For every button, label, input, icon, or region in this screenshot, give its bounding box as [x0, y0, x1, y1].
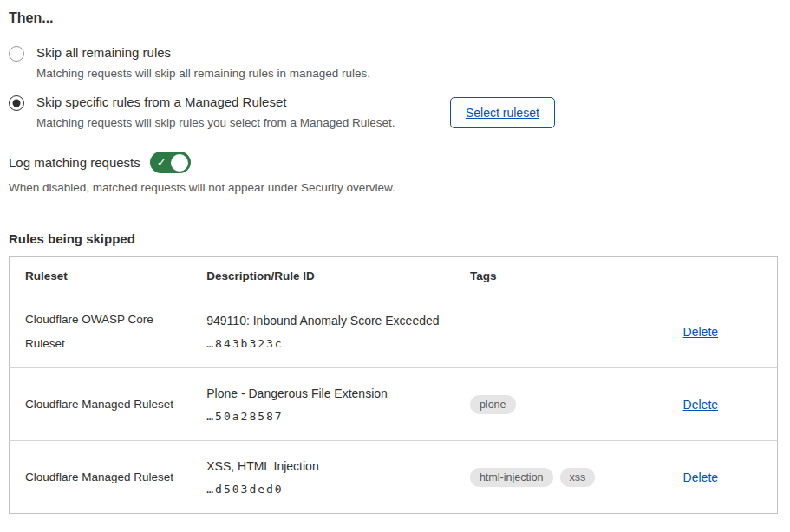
select-ruleset-button[interactable]: Select ruleset	[450, 97, 555, 128]
radio-skip-specific-rules[interactable]	[9, 95, 24, 111]
log-matching-requests-toggle[interactable]: ✓	[150, 152, 191, 173]
action-cell: Delete	[668, 368, 778, 441]
table-row: Cloudflare Managed Ruleset XSS, HTML Inj…	[10, 441, 778, 514]
log-toggle-description: When disabled, matched requests will not…	[9, 180, 778, 195]
description-cell: XSS, HTML Injection …d503ded0	[191, 441, 454, 514]
then-heading: Then...	[9, 10, 778, 26]
rule-description: XSS, HTML Injection	[206, 459, 447, 474]
rule-description: 949110: Inbound Anomaly Score Exceeded	[206, 314, 447, 328]
rule-id: …843b323c	[206, 337, 447, 350]
log-matching-requests-label: Log matching requests	[9, 155, 140, 170]
option-skip-specific-rules[interactable]: Skip specific rules from a Managed Rules…	[9, 94, 778, 130]
action-cell: Delete	[668, 441, 778, 514]
ruleset-cell: Cloudflare OWASP Core Ruleset	[10, 295, 192, 368]
table-header-row: Ruleset Description/Rule ID Tags	[10, 257, 778, 295]
table-row: Cloudflare Managed Ruleset Plone - Dange…	[10, 368, 778, 441]
column-header-tags: Tags	[454, 257, 668, 295]
option-skip-all-label[interactable]: Skip all remaining rules	[36, 44, 370, 62]
rule-id: …50a28587	[206, 410, 447, 423]
delete-link[interactable]: Delete	[683, 470, 718, 484]
option-skip-all-rules[interactable]: Skip all remaining rules Matching reques…	[9, 44, 778, 81]
option-body: Skip all remaining rules Matching reques…	[36, 44, 370, 81]
waf-rule-action-panel: Then... Skip all remaining rules Matchin…	[0, 10, 790, 514]
action-options: Skip all remaining rules Matching reques…	[9, 44, 778, 130]
column-header-ruleset: Ruleset	[10, 257, 192, 295]
rule-id: …d503ded0	[206, 483, 447, 496]
rules-being-skipped-heading: Rules being skipped	[9, 231, 778, 247]
rule-description: Plone - Dangerous File Extension	[206, 386, 447, 401]
toggle-check-icon: ✓	[157, 156, 166, 167]
action-cell: Delete	[668, 295, 778, 368]
tags-cell	[454, 295, 668, 368]
table-row: Cloudflare OWASP Core Ruleset 949110: In…	[10, 295, 778, 368]
column-header-actions	[668, 257, 778, 295]
delete-link[interactable]: Delete	[683, 325, 718, 339]
option-skip-specific-label[interactable]: Skip specific rules from a Managed Rules…	[36, 94, 395, 111]
radio-skip-all-rules[interactable]	[9, 46, 24, 62]
log-matching-requests-row: Log matching requests ✓	[9, 152, 778, 173]
option-skip-specific-description: Matching requests will skip rules you se…	[36, 115, 395, 130]
description-cell: 949110: Inbound Anomaly Score Exceeded ……	[191, 295, 454, 368]
description-cell: Plone - Dangerous File Extension …50a285…	[191, 368, 454, 441]
tag-pill: xss	[560, 468, 596, 487]
option-body: Skip specific rules from a Managed Rules…	[36, 94, 395, 130]
ruleset-cell: Cloudflare Managed Ruleset	[10, 441, 192, 514]
ruleset-cell: Cloudflare Managed Ruleset	[10, 368, 192, 441]
column-header-description: Description/Rule ID	[191, 257, 454, 295]
tag-pill: plone	[470, 395, 516, 414]
option-skip-all-description: Matching requests will skip all remainin…	[36, 66, 370, 81]
delete-link[interactable]: Delete	[683, 398, 718, 412]
toggle-knob	[171, 154, 188, 172]
tags-cell: plone	[454, 368, 668, 441]
tag-pill: html-injection	[470, 468, 553, 487]
tags-cell: html-injectionxss	[454, 441, 668, 514]
skipped-rules-table: Ruleset Description/Rule ID Tags Cloudfl…	[9, 256, 778, 514]
